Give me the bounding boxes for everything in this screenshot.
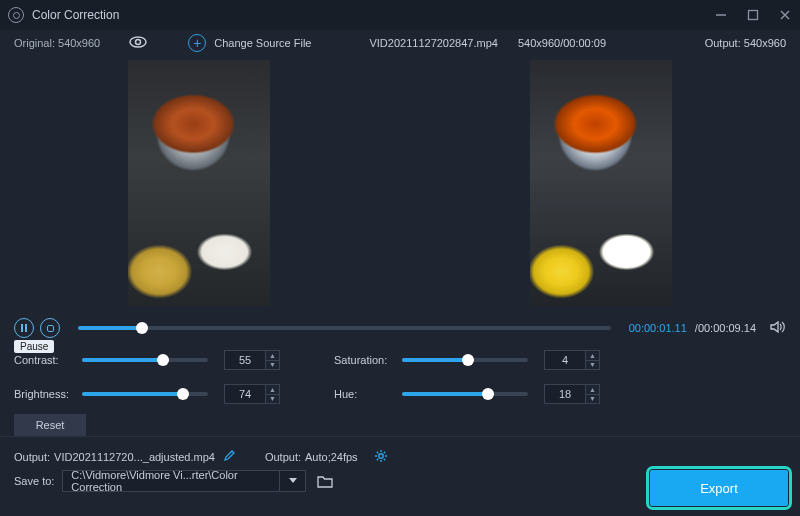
save-path-value: C:\Vidmore\Vidmore Vi...rter\Color Corre… <box>71 469 271 493</box>
output-settings-icon[interactable] <box>374 449 388 465</box>
preview-original <box>128 60 270 306</box>
hue-label: Hue: <box>334 388 402 400</box>
chevron-up-icon[interactable]: ▲ <box>586 351 599 361</box>
stop-button[interactable] <box>40 318 60 338</box>
header-row: Original: 540x960 + Change Source File V… <box>0 30 800 56</box>
svg-point-4 <box>130 37 146 47</box>
preview-adjusted <box>530 60 672 306</box>
source-file-meta: 540x960/00:00:09 <box>518 37 606 49</box>
save-to-label: Save to: <box>14 475 54 487</box>
stop-icon <box>47 325 54 332</box>
brightness-value[interactable]: 74 <box>224 384 266 404</box>
close-button[interactable] <box>778 8 792 22</box>
brightness-control: Brightness: 74 ▲▼ <box>14 384 314 404</box>
saturation-stepper[interactable]: ▲▼ <box>586 350 600 370</box>
preview-toggle-icon[interactable] <box>128 35 148 51</box>
pause-tooltip: Pause <box>14 340 54 353</box>
output-file-label: Output: <box>14 451 50 463</box>
timeline-slider[interactable] <box>78 326 611 330</box>
chevron-up-icon[interactable]: ▲ <box>266 351 279 361</box>
brightness-stepper[interactable]: ▲▼ <box>266 384 280 404</box>
contrast-slider[interactable] <box>82 358 208 362</box>
chevron-down-icon <box>289 478 297 484</box>
edit-filename-icon[interactable] <box>223 450 235 464</box>
brightness-slider[interactable] <box>82 392 208 396</box>
original-resolution-label: Original: 540x960 <box>14 37 100 49</box>
playback-bar: 00:00:01.11 /00:00:09.14 Pause <box>0 312 800 340</box>
hue-stepper[interactable]: ▲▼ <box>586 384 600 404</box>
change-source-button[interactable]: + Change Source File <box>188 34 311 52</box>
svg-point-6 <box>378 454 382 458</box>
contrast-control: Contrast: 55 ▲▼ <box>14 350 314 370</box>
window-title: Color Correction <box>32 8 119 22</box>
title-bar: Color Correction <box>0 0 800 30</box>
contrast-value[interactable]: 55 <box>224 350 266 370</box>
saturation-slider[interactable] <box>402 358 528 362</box>
timeline-fill <box>78 326 142 330</box>
brightness-label: Brightness: <box>14 388 82 400</box>
minimize-button[interactable] <box>714 8 728 22</box>
chevron-down-icon[interactable]: ▼ <box>266 361 279 370</box>
svg-point-5 <box>136 40 141 45</box>
chevron-down-icon[interactable]: ▼ <box>586 361 599 370</box>
svg-rect-1 <box>749 11 758 20</box>
time-duration: /00:00:09.14 <box>695 322 756 334</box>
save-path-field[interactable]: C:\Vidmore\Vidmore Vi...rter\Color Corre… <box>62 470 280 492</box>
hue-slider[interactable] <box>402 392 528 396</box>
source-file-name: VID20211127202847.mp4 <box>369 37 497 49</box>
saturation-value[interactable]: 4 <box>544 350 586 370</box>
change-source-label: Change Source File <box>214 37 311 49</box>
time-current: 00:00:01.11 <box>629 322 687 334</box>
pause-icon <box>21 324 27 332</box>
output-format-value: Auto;24fps <box>305 451 358 463</box>
hue-value[interactable]: 18 <box>544 384 586 404</box>
output-resolution-label: Output: 540x960 <box>705 37 786 49</box>
contrast-label: Contrast: <box>14 354 82 366</box>
chevron-up-icon[interactable]: ▲ <box>586 385 599 395</box>
export-button[interactable]: Export <box>650 470 788 506</box>
chevron-up-icon[interactable]: ▲ <box>266 385 279 395</box>
pause-button[interactable] <box>14 318 34 338</box>
open-folder-button[interactable] <box>312 470 338 492</box>
contrast-stepper[interactable]: ▲▼ <box>266 350 280 370</box>
volume-icon[interactable] <box>770 320 786 337</box>
save-path-dropdown[interactable] <box>280 470 306 492</box>
folder-icon <box>317 475 333 488</box>
chevron-down-icon[interactable]: ▼ <box>586 395 599 404</box>
preview-area <box>0 56 800 312</box>
hue-control: Hue: 18 ▲▼ <box>334 384 634 404</box>
plus-circle-icon: + <box>188 34 206 52</box>
output-file-name: VID2021112720..._adjusted.mp4 <box>54 451 215 463</box>
export-wrap: Export <box>650 470 788 506</box>
maximize-button[interactable] <box>746 8 760 22</box>
color-controls: Contrast: 55 ▲▼ Saturation: 4 ▲▼ Brightn… <box>0 340 800 408</box>
chevron-down-icon[interactable]: ▼ <box>266 395 279 404</box>
app-logo-icon <box>8 7 24 23</box>
reset-button[interactable]: Reset <box>14 414 86 436</box>
saturation-control: Saturation: 4 ▲▼ <box>334 350 634 370</box>
saturation-label: Saturation: <box>334 354 402 366</box>
timeline-thumb[interactable] <box>136 322 148 334</box>
output-format-label: Output: <box>265 451 301 463</box>
